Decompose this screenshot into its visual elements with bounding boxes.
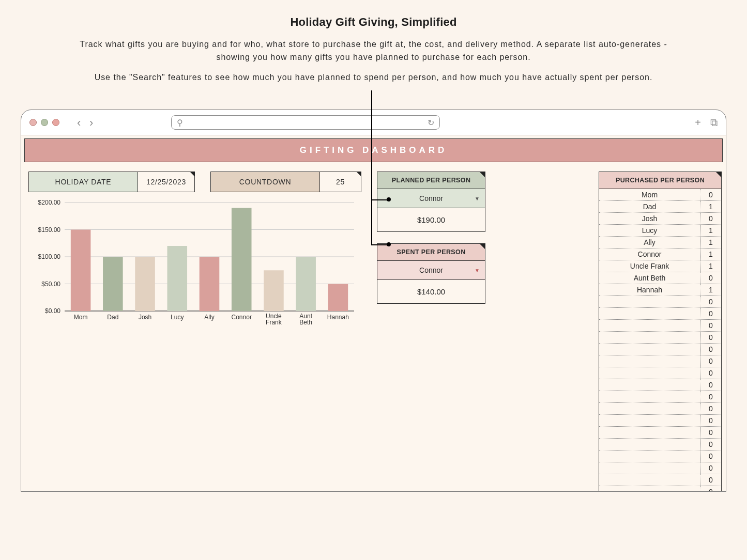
close-icon[interactable] bbox=[29, 119, 37, 126]
purchased-count: 0 bbox=[700, 272, 721, 284]
purchased-count: 0 bbox=[700, 415, 721, 426]
purchased-count: 0 bbox=[700, 391, 721, 402]
svg-text:Hannah: Hannah bbox=[327, 314, 349, 321]
purchased-row: 0 bbox=[599, 486, 721, 491]
purchased-name bbox=[599, 367, 700, 379]
nav-forward-button[interactable]: › bbox=[86, 119, 94, 126]
purchased-name bbox=[599, 486, 700, 491]
purchased-row: 0 bbox=[599, 355, 721, 367]
purchased-name bbox=[599, 427, 700, 438]
purchased-name: Ally bbox=[599, 237, 700, 248]
annotation-line-vertical bbox=[371, 90, 372, 244]
purchased-count: 0 bbox=[700, 320, 721, 331]
purchased-count: 0 bbox=[700, 367, 721, 379]
purchased-name: Hannah bbox=[599, 284, 700, 295]
purchased-name bbox=[599, 450, 700, 462]
chart-bar bbox=[135, 257, 155, 311]
tabs-icon[interactable]: ⧉ bbox=[710, 117, 718, 129]
purchased-count: 0 bbox=[700, 450, 721, 462]
hero-paragraph-1: Track what gifts you are buying and for … bbox=[64, 38, 684, 64]
purchased-name bbox=[599, 439, 700, 450]
purchased-name: Uncle Frank bbox=[599, 260, 700, 272]
purchased-count: 0 bbox=[700, 486, 721, 491]
planned-amount: $190.00 bbox=[377, 208, 485, 231]
corner-triangle-icon bbox=[190, 172, 195, 177]
svg-text:UncleFrank: UncleFrank bbox=[266, 313, 282, 326]
purchased-name bbox=[599, 415, 700, 426]
purchased-row: 0 bbox=[599, 474, 721, 486]
chart-bar bbox=[264, 271, 284, 312]
purchased-row: Ally1 bbox=[599, 237, 721, 248]
holiday-date-label: HOLIDAY DATE bbox=[29, 172, 138, 192]
purchased-name bbox=[599, 332, 700, 343]
purchased-row: Mom0 bbox=[599, 189, 721, 201]
planned-person-value: Connor bbox=[419, 194, 443, 203]
purchased-row: 0 bbox=[599, 403, 721, 415]
annotation-line-h1 bbox=[371, 199, 389, 200]
url-bar[interactable]: ⚲ ↻ bbox=[171, 115, 440, 130]
purchased-name bbox=[599, 308, 700, 319]
purchased-name bbox=[599, 296, 700, 307]
browser-chrome: ‹ › ⚲ ↻ + ⧉ bbox=[21, 110, 726, 135]
countdown-value: 25 bbox=[319, 172, 361, 192]
purchased-count: 0 bbox=[700, 308, 721, 319]
purchased-label: PURCHASED PER PERSON bbox=[599, 172, 721, 189]
purchased-row: Lucy1 bbox=[599, 225, 721, 237]
maximize-icon[interactable] bbox=[52, 119, 59, 126]
purchased-count: 1 bbox=[700, 201, 721, 212]
purchased-name: Josh bbox=[599, 213, 700, 224]
annotation-line-h2 bbox=[371, 244, 389, 245]
purchased-name bbox=[599, 403, 700, 414]
new-tab-icon[interactable]: + bbox=[695, 117, 701, 129]
planned-person-select[interactable]: Connor ▼ bbox=[377, 189, 485, 208]
corner-triangle-icon bbox=[356, 172, 361, 177]
purchased-name: Aunt Beth bbox=[599, 272, 700, 284]
purchased-count: 0 bbox=[700, 427, 721, 438]
svg-text:Dad: Dad bbox=[107, 314, 118, 321]
purchased-count: 0 bbox=[700, 474, 721, 486]
purchased-count: 0 bbox=[700, 379, 721, 391]
countdown-label: COUNTDOWN bbox=[211, 172, 319, 192]
hero-title: Holiday Gift Giving, Simplified bbox=[26, 15, 721, 29]
spend-bar-chart: $0.00$50.00$100.00$150.00$200.00MomDadJo… bbox=[28, 197, 361, 337]
holiday-date-value[interactable]: 12/25/2023 bbox=[138, 172, 194, 192]
minimize-icon[interactable] bbox=[41, 119, 48, 126]
spent-amount: $140.00 bbox=[377, 279, 485, 303]
purchased-row: 0 bbox=[599, 427, 721, 439]
corner-triangle-icon bbox=[715, 172, 722, 178]
chart-bar bbox=[103, 257, 123, 311]
planned-per-person-card: PLANNED PER PERSON Connor ▼ $190.00 bbox=[377, 172, 485, 232]
purchased-row: 0 bbox=[599, 296, 721, 308]
purchased-count: 0 bbox=[700, 403, 721, 414]
purchased-count: 0 bbox=[700, 332, 721, 343]
purchased-name: Connor bbox=[599, 248, 700, 260]
chart-bar bbox=[328, 284, 348, 312]
spent-person-select[interactable]: Connor ▼ bbox=[377, 260, 485, 279]
svg-text:Ally: Ally bbox=[204, 314, 214, 321]
chart-bar bbox=[167, 246, 187, 311]
chevron-down-icon: ▼ bbox=[475, 268, 480, 273]
purchased-count: 0 bbox=[700, 344, 721, 355]
purchased-row: 0 bbox=[599, 308, 721, 320]
purchased-row: Hannah1 bbox=[599, 284, 721, 296]
spent-label: SPENT PER PERSON bbox=[377, 244, 485, 260]
window-controls bbox=[29, 119, 59, 126]
spent-person-value: Connor bbox=[419, 266, 443, 274]
hero-paragraph-2: Use the "Search" features to see how muc… bbox=[64, 71, 684, 84]
purchased-name bbox=[599, 391, 700, 402]
svg-text:Josh: Josh bbox=[139, 314, 151, 321]
svg-text:Mom: Mom bbox=[74, 314, 88, 321]
planned-label: PLANNED PER PERSON bbox=[377, 172, 485, 189]
purchased-row: 0 bbox=[599, 332, 721, 344]
purchased-count: 1 bbox=[700, 248, 721, 260]
purchased-name bbox=[599, 320, 700, 331]
svg-text:Connor: Connor bbox=[232, 314, 252, 321]
nav-back-button[interactable]: ‹ bbox=[74, 119, 81, 126]
browser-window: ‹ › ⚲ ↻ + ⧉ GIFTING DASHBOARD bbox=[21, 110, 726, 492]
corner-triangle-icon bbox=[479, 172, 485, 178]
purchased-row: 0 bbox=[599, 439, 721, 450]
purchased-row: 0 bbox=[599, 344, 721, 355]
purchased-name bbox=[599, 344, 700, 355]
reload-icon[interactable]: ↻ bbox=[428, 118, 434, 128]
purchased-row: 0 bbox=[599, 450, 721, 462]
